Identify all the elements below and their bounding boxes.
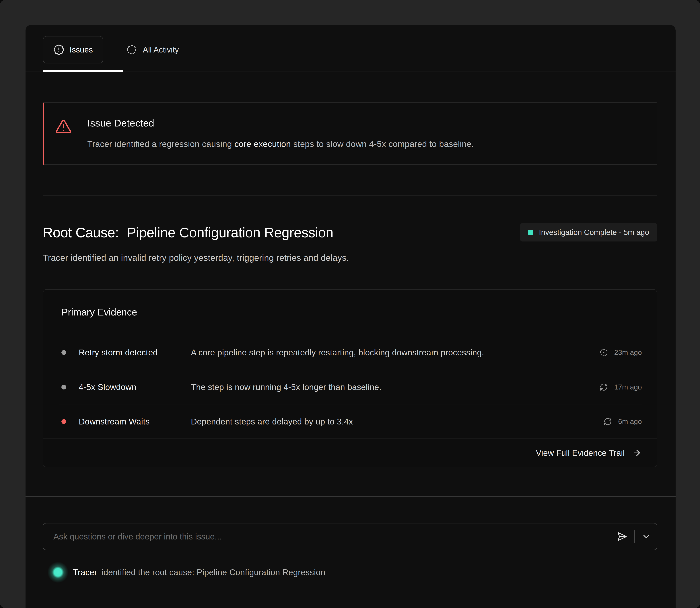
primary-evidence-card: Primary Evidence Retry storm detected A …	[43, 289, 657, 467]
composer	[43, 523, 657, 550]
table-row[interactable]: Retry storm detected A core pipeline ste…	[59, 335, 642, 369]
agent-name: Tracer	[73, 568, 97, 577]
evidence-label: Retry storm detected	[79, 347, 191, 357]
composer-actions	[617, 523, 651, 550]
agent-status-text: Traceridentified the root cause: Pipelin…	[73, 567, 325, 577]
active-tab-underline	[43, 70, 123, 72]
app-window: Issues All Activity	[0, 0, 700, 608]
chevron-down-button[interactable]	[642, 532, 651, 541]
tab-all-activity[interactable]: All Activity	[126, 36, 179, 63]
tab-bar: Issues All Activity	[25, 25, 676, 72]
issue-alert: Issue Detected Tracer identified a regre…	[43, 102, 657, 165]
circle-dashed-icon	[126, 44, 137, 55]
alert-body-highlight: core execution	[234, 139, 291, 149]
status-dot	[61, 350, 66, 355]
investigation-status-badge: Investigation Complete - 5m ago	[520, 223, 657, 242]
evidence-meta: 23m ago	[600, 348, 642, 357]
root-cause-subtitle: Tracer identified an invalid retry polic…	[43, 253, 657, 263]
agent-active-dot-icon	[47, 561, 69, 583]
page-title: Root Cause:Pipeline Configuration Regres…	[43, 225, 334, 241]
status-square-icon	[528, 230, 533, 235]
tab-issues[interactable]: Issues	[43, 36, 103, 63]
alert-text-block: Issue Detected Tracer identified a regre…	[87, 117, 474, 149]
tab-all-activity-label: All Activity	[143, 45, 179, 54]
status-dot	[61, 419, 66, 424]
alert-title: Issue Detected	[87, 117, 474, 129]
evidence-timestamp: 23m ago	[614, 348, 642, 357]
alert-body: Tracer identified a regression causing c…	[87, 139, 474, 149]
agent-status-row: Traceridentified the root cause: Pipelin…	[43, 561, 657, 583]
tab-issues-label: Issues	[70, 45, 93, 54]
status-badge-label: Investigation Complete - 5m ago	[539, 228, 649, 237]
evidence-meta: 6m ago	[604, 417, 642, 426]
composer-divider	[634, 530, 635, 543]
evidence-meta: 17m ago	[600, 383, 642, 391]
send-button[interactable]	[617, 531, 627, 542]
main-panel: Issues All Activity	[25, 25, 676, 608]
arrow-right-icon	[632, 448, 642, 458]
view-evidence-trail-label: View Full Evidence Trail	[536, 448, 625, 458]
question-input[interactable]	[43, 523, 657, 550]
table-row[interactable]: Downstream Waits Dependent steps are del…	[59, 404, 642, 438]
table-row[interactable]: 4-5x Slowdown The step is now running 4-…	[59, 369, 642, 404]
agent-message: identified the root cause: Pipeline Conf…	[101, 568, 325, 577]
refresh-icon	[604, 417, 612, 426]
view-evidence-trail-link[interactable]: View Full Evidence Trail	[43, 438, 657, 467]
warning-triangle-icon	[55, 118, 72, 136]
evidence-description: The step is now running 4-5x longer than…	[191, 382, 600, 392]
evidence-timestamp: 17m ago	[614, 383, 642, 391]
scan-dashed-icon	[600, 348, 608, 357]
evidence-rows: Retry storm detected A core pipeline ste…	[59, 335, 642, 438]
evidence-timestamp: 6m ago	[618, 418, 642, 425]
evidence-label: 4-5x Slowdown	[79, 382, 191, 392]
refresh-icon	[600, 383, 608, 391]
badge-alert-icon	[53, 44, 64, 55]
evidence-card-title: Primary Evidence	[43, 290, 657, 335]
section-divider	[43, 195, 657, 196]
evidence-description: Dependent steps are delayed by up to 3.4…	[191, 417, 604, 426]
status-dot	[61, 385, 66, 390]
evidence-label: Downstream Waits	[79, 417, 191, 426]
evidence-description: A core pipeline step is repeatedly resta…	[191, 347, 600, 357]
panel-divider	[25, 496, 676, 497]
root-cause-header: Root Cause:Pipeline Configuration Regres…	[43, 223, 657, 242]
